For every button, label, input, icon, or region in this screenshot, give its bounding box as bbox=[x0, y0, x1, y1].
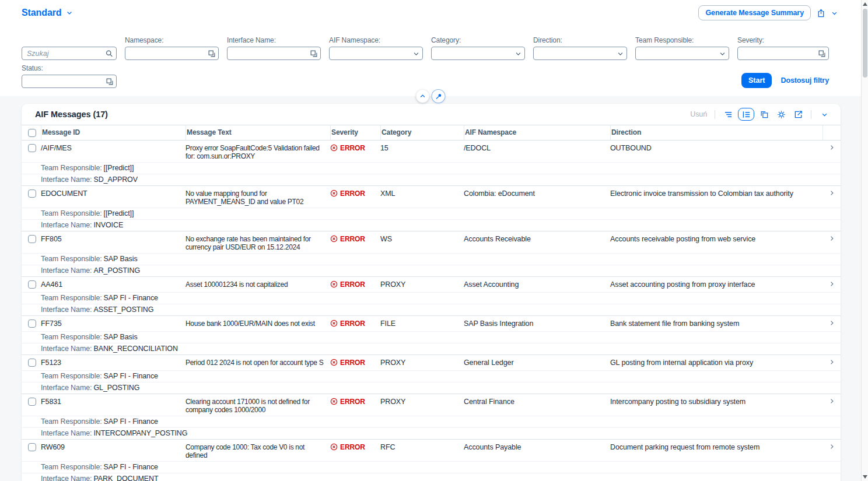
col-header-aif-namespace[interactable]: AIF Namespace bbox=[464, 125, 610, 140]
row-details: Team Responsible:SAP FI - Finance Interf… bbox=[22, 370, 841, 394]
severity-cell: ERROR bbox=[330, 235, 380, 251]
chevron-down-icon[interactable] bbox=[515, 50, 522, 57]
value-help-icon[interactable] bbox=[208, 50, 215, 57]
row-nav-chevron-icon[interactable] bbox=[822, 320, 841, 329]
filter-input-direction[interactable] bbox=[533, 47, 627, 60]
row-checkbox[interactable] bbox=[28, 144, 36, 152]
group-view-icon[interactable] bbox=[738, 108, 754, 121]
search-icon[interactable] bbox=[106, 50, 113, 57]
status-field: Status: bbox=[22, 64, 117, 88]
adapt-filters-link[interactable]: Dostosuj filtry bbox=[780, 76, 829, 85]
interface-name-value: GL_POSTING bbox=[93, 384, 139, 392]
status-input-control[interactable] bbox=[22, 75, 117, 88]
row-checkbox[interactable] bbox=[28, 359, 36, 367]
start-button[interactable]: Start bbox=[741, 73, 772, 88]
row-nav-chevron-icon[interactable] bbox=[822, 398, 841, 414]
interface-name-value: AR_POSTING bbox=[93, 266, 140, 275]
table-row[interactable]: FF805 No exchange rate has been maintain… bbox=[22, 231, 841, 277]
row-checkbox[interactable] bbox=[28, 189, 36, 198]
scrollbar-thumb[interactable] bbox=[863, 9, 867, 78]
team-responsible-value: SAP FI - Finance bbox=[104, 372, 158, 380]
row-checkbox[interactable] bbox=[28, 280, 36, 289]
row-nav-chevron-icon[interactable] bbox=[822, 235, 841, 251]
filter-input-severity[interactable] bbox=[737, 47, 829, 60]
message-text-cell: Period 012 2024 is not open for account … bbox=[186, 359, 330, 368]
share-icon[interactable] bbox=[817, 9, 825, 17]
direction-cell: Asset accounting posting from proxy inte… bbox=[610, 280, 822, 290]
row-checkbox[interactable] bbox=[28, 320, 36, 328]
row-nav-chevron-icon[interactable] bbox=[822, 359, 841, 368]
table-row[interactable]: F5123 Period 012 2024 is not open for ac… bbox=[22, 355, 841, 394]
search-input[interactable] bbox=[22, 47, 117, 60]
aif-namespace-cell: General Ledger bbox=[464, 359, 610, 368]
table-row[interactable]: F5831 Clearing account 171000 is not def… bbox=[22, 394, 841, 440]
search-input-control[interactable] bbox=[22, 47, 117, 60]
pin-filter-bar-button[interactable] bbox=[432, 90, 445, 103]
chevron-down-icon[interactable] bbox=[617, 50, 624, 57]
row-checkbox[interactable] bbox=[28, 398, 36, 406]
direction-cell: GL posting from internal application via… bbox=[610, 359, 822, 368]
team-responsible-value: SAP Basis bbox=[104, 333, 138, 341]
table-header-bar: AIF Messages (17) Usuń bbox=[22, 104, 841, 125]
message-id-cell: AA461 bbox=[41, 280, 186, 290]
chevron-down-icon[interactable] bbox=[719, 50, 726, 57]
chevron-down-icon[interactable] bbox=[413, 50, 419, 57]
filter-input-interface-name[interactable] bbox=[227, 47, 321, 60]
col-header-category[interactable]: Category bbox=[380, 125, 464, 140]
scrollbar-down-arrow[interactable] bbox=[863, 475, 867, 479]
sort-icon[interactable] bbox=[721, 108, 735, 121]
table-row[interactable]: FF735 House bank 1000/EUR/MAIN does not … bbox=[22, 316, 841, 355]
value-help-icon[interactable] bbox=[310, 50, 317, 57]
filter-input-status[interactable] bbox=[22, 75, 117, 88]
select-all-checkbox[interactable] bbox=[28, 129, 36, 137]
filter-bar: Namespace: Interface Name: AIF Namespace bbox=[0, 26, 861, 96]
row-checkbox[interactable] bbox=[28, 235, 36, 243]
page-scrollbar[interactable] bbox=[861, 0, 868, 481]
toolbar-chevron-down-icon[interactable] bbox=[817, 108, 831, 121]
team-responsible-label: Team Responsible: bbox=[41, 255, 102, 263]
filter-input-namespace[interactable] bbox=[125, 47, 219, 60]
value-help-icon[interactable] bbox=[106, 78, 113, 85]
row-checkbox[interactable] bbox=[28, 443, 36, 451]
table-row[interactable]: AA461 Asset 100001234 is not capitalized… bbox=[22, 277, 841, 316]
row-nav-chevron-icon[interactable] bbox=[822, 443, 841, 459]
filter-input-category[interactable] bbox=[431, 47, 525, 60]
row-nav-chevron-icon[interactable] bbox=[822, 189, 841, 206]
topbar-chevron-down-icon[interactable] bbox=[831, 10, 838, 16]
table-row[interactable]: /AIF/MES Proxy error SoapFaultCode:5 Val… bbox=[22, 141, 841, 186]
severity-label: ERROR bbox=[340, 398, 365, 406]
export-icon[interactable] bbox=[791, 108, 805, 121]
message-text-cell: No exchange rate has been maintained for… bbox=[186, 235, 330, 251]
message-text-cell: House bank 1000/EUR/MAIN does not exist bbox=[186, 320, 330, 329]
variant-selector[interactable]: Standard bbox=[22, 8, 73, 18]
col-header-direction[interactable]: Direction bbox=[610, 125, 822, 140]
collapse-filter-bar-button[interactable] bbox=[416, 90, 429, 103]
row-nav-chevron-icon[interactable] bbox=[822, 144, 841, 160]
settings-icon[interactable] bbox=[774, 108, 788, 121]
interface-name-line: Interface Name:SD_APPROV bbox=[22, 174, 841, 185]
severity-label: ERROR bbox=[340, 320, 365, 328]
filter-input-aif-namespace[interactable] bbox=[329, 47, 423, 60]
message-id-cell: FF735 bbox=[41, 320, 186, 329]
table-row[interactable]: RW609 Company code 1000: Tax code V0 is … bbox=[22, 440, 841, 481]
aif-messages-card: AIF Messages (17) Usuń bbox=[22, 104, 841, 481]
interface-name-line: Interface Name:ASSET_POSTING bbox=[22, 304, 841, 315]
generate-message-summary-button[interactable]: Generate Message Summary bbox=[698, 5, 811, 20]
filter-input-team-responsible[interactable] bbox=[635, 47, 729, 60]
direction-cell: Intercompany posting to subsidiary syste… bbox=[610, 398, 822, 414]
search-field bbox=[22, 36, 117, 60]
error-icon bbox=[330, 320, 338, 327]
value-help-icon[interactable] bbox=[818, 50, 825, 57]
message-text-cell: Clearing account 171000 is not defined f… bbox=[186, 398, 330, 414]
row-nav-chevron-icon[interactable] bbox=[822, 280, 841, 290]
scrollbar-up-arrow[interactable] bbox=[863, 2, 867, 6]
direction-cell: Accounts receivable posting from web ser… bbox=[610, 235, 822, 251]
interface-name-label: Interface Name: bbox=[41, 429, 92, 437]
col-header-severity[interactable]: Severity bbox=[330, 125, 380, 140]
copy-icon[interactable] bbox=[757, 108, 771, 121]
table-row[interactable]: EDOCUMENT No value mapping found for PAY… bbox=[22, 186, 841, 231]
team-responsible-line: Team Responsible:SAP FI - Finance bbox=[22, 292, 841, 304]
col-header-message-text[interactable]: Message Text bbox=[186, 125, 330, 140]
col-header-message-id[interactable]: Message ID bbox=[41, 125, 186, 140]
delete-button[interactable]: Usuń bbox=[690, 110, 707, 118]
